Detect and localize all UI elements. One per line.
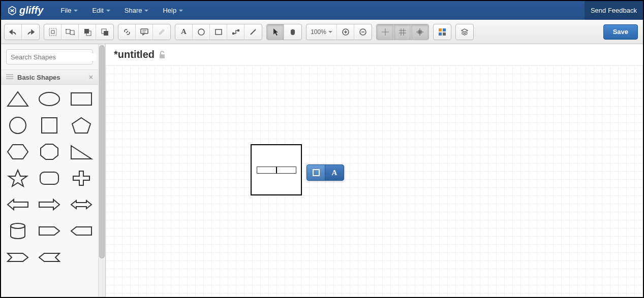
canvas-area: *untitled A [106,44,643,297]
document-title: *untitled [114,49,155,60]
pan-tool-button[interactable] [284,24,301,40]
menu-help[interactable]: Help [156,1,190,20]
svg-rect-16 [237,29,239,31]
app-logo[interactable]: gliffy [1,5,53,16]
shape-tag-right[interactable] [37,222,62,240]
svg-point-34 [39,92,59,106]
svg-rect-30 [439,32,442,36]
layers-button[interactable] [456,24,473,40]
toolbar: A 100% Save [1,20,643,44]
shape-arrow-right[interactable] [37,195,62,214]
front-icon [83,28,91,36]
svg-rect-9 [104,31,108,36]
shape-circle[interactable] [6,116,30,135]
shape-tag-left[interactable] [69,222,94,240]
shape-chevron-left[interactable] [37,248,62,267]
zoom-in-button[interactable] [337,24,354,40]
bring-front-button[interactable] [79,24,96,40]
square-icon [214,28,223,36]
guides-icon [416,28,424,36]
shape-chevron-right[interactable] [6,248,30,267]
comment-button[interactable] [136,24,153,40]
back-icon [101,28,109,36]
zoom-out-icon [359,28,367,36]
search-shapes-box[interactable] [6,49,93,64]
svg-rect-38 [40,172,58,184]
link-button[interactable] [118,24,136,40]
text-tool-button[interactable]: A [175,24,193,40]
logo-text: gliffy [19,5,43,16]
search-input[interactable] [11,53,96,61]
rect-tool-button[interactable] [210,24,227,40]
svg-rect-14 [216,29,222,35]
svg-rect-37 [42,118,57,133]
shape-pentagon[interactable] [69,116,94,135]
shape-cylinder[interactable] [6,222,30,240]
zoom-out-button[interactable] [354,24,372,40]
main-area: Basic Shapes × [1,44,643,297]
comment-icon [140,28,148,36]
send-feedback-button[interactable]: Send Feedback [585,1,643,20]
brush-icon [158,28,165,36]
brush-button [153,24,170,40]
pointer-icon [272,28,279,36]
save-button[interactable]: Save [603,24,638,40]
close-icon[interactable]: × [89,73,93,81]
group-button[interactable] [44,24,62,40]
shape-arrow-both[interactable] [69,195,94,214]
selected-shape[interactable] [251,144,302,195]
theme-button[interactable] [434,24,451,40]
connector-tool-button[interactable] [227,24,244,40]
zoom-level[interactable]: 100% [306,24,337,40]
unlock-icon [159,51,166,59]
svg-rect-40 [160,54,165,58]
redo-button[interactable] [22,24,39,40]
svg-rect-28 [439,28,442,31]
text-style-button[interactable]: A [325,165,344,180]
svg-rect-35 [71,93,91,105]
chevron-down-icon [179,10,183,12]
panel-header-basic-shapes[interactable]: Basic Shapes × [1,70,98,85]
shape-triangle[interactable] [6,90,30,108]
shape-arrow-left[interactable] [6,195,30,214]
shape-right-triangle[interactable] [69,143,94,161]
show-grid-button[interactable] [394,24,411,40]
ungroup-icon [66,28,75,36]
shape-octagon[interactable] [37,143,62,161]
line-tool-button[interactable] [244,24,262,40]
shape-rounded-rect[interactable] [37,169,62,187]
shape-hexagon[interactable] [6,143,30,161]
main-menu: File Edit Share Help [53,1,190,20]
menu-file[interactable]: File [53,1,85,20]
snap-grid-button[interactable] [377,24,394,40]
theme-icon [439,28,446,36]
pointer-tool-button[interactable] [267,24,284,40]
hand-icon [289,28,297,36]
menu-edit[interactable]: Edit [85,1,117,20]
menu-share[interactable]: Share [117,1,156,20]
scrollbar-thumb[interactable] [99,45,105,258]
svg-line-17 [251,29,256,35]
svg-rect-3 [70,30,74,35]
sidebar-scrollbar[interactable] [98,44,105,297]
shape-rectangle[interactable] [69,90,94,108]
redo-icon [26,28,35,36]
shape-square[interactable] [37,116,62,135]
undo-button[interactable] [5,24,22,40]
ungroup-button[interactable] [62,24,79,40]
grid-snap-icon [381,28,389,36]
svg-point-5 [74,34,75,35]
shape-style-button[interactable] [307,165,325,180]
svg-point-36 [10,117,26,134]
guides-button[interactable] [411,24,428,40]
ellipse-tool-button[interactable] [193,24,210,40]
app-header: gliffy File Edit Share Help Send Feedbac… [1,1,643,20]
canvas[interactable]: A [106,65,643,297]
shape-plus[interactable] [69,169,94,187]
grid-icon [398,28,407,36]
chevron-down-icon [106,10,110,12]
shape-star[interactable] [6,169,30,187]
send-back-button[interactable] [96,24,113,40]
shape-ellipse[interactable] [37,90,62,108]
shape-text-editor[interactable] [257,167,296,174]
